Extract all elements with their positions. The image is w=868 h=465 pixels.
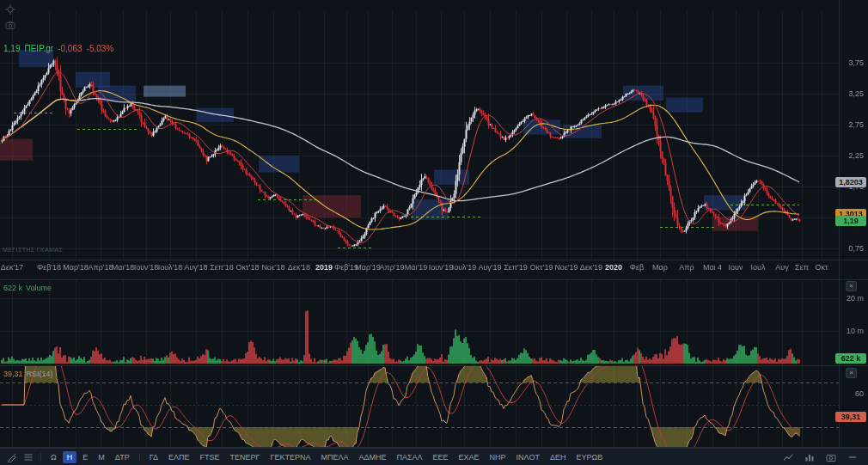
price-scale-label: 3,75	[848, 58, 864, 67]
time-axis-label: Σεπ'19	[504, 263, 528, 272]
crosshair-icon[interactable]	[4, 3, 15, 15]
time-axis-label: Οκτ'19	[530, 263, 553, 272]
time-axis-label: Μαρ'18	[63, 263, 89, 272]
toolbar-right-icons	[781, 451, 863, 463]
time-axis-label: Απρ'19	[379, 263, 404, 272]
timeframe-button-ΔΤΡ[interactable]: ΔΤΡ	[111, 451, 134, 463]
symbol-name[interactable]: ΠΕΙΡ.gr	[24, 44, 53, 53]
timeframe-button-Η[interactable]: Η	[63, 451, 77, 463]
time-axis-label: Απρ'18	[88, 263, 113, 272]
rsi-pane-header: 39,31 RSI(14)	[3, 370, 53, 378]
symbol-button-ΝΗΡ[interactable]: ΝΗΡ	[486, 451, 510, 463]
rsi-pane-close-button[interactable]: ×	[846, 368, 857, 378]
watchlist-icon[interactable]	[21, 451, 35, 463]
time-axis-label: Δεκ'18	[288, 263, 310, 272]
time-axis-label: Σεπ	[795, 263, 809, 272]
time-axis-label: Μαι 4	[703, 263, 722, 272]
camera-icon[interactable]	[4, 19, 15, 30]
pane-watermark: ΜΕΓΙΣΤΗΣ ΓΚΑΜΑΣ	[3, 247, 63, 253]
time-axis-label: Ιουλ'19	[452, 263, 477, 272]
time-axis-label: Μαρ	[652, 263, 668, 272]
time-axis-label: Μαρ'19	[355, 263, 381, 272]
time-axis-label: Οκτ	[815, 263, 828, 272]
volume-pane-header: 622 k Volume	[3, 284, 52, 292]
symbol-button-ΜΠΕΛΑ[interactable]: ΜΠΕΛΑ	[316, 451, 352, 463]
volume-indicator-name[interactable]: Volume	[26, 284, 52, 292]
ma-long-price-badge: 1,8203	[835, 177, 866, 187]
symbol-button-ΓΔ[interactable]: ΓΔ	[145, 451, 162, 463]
symbol-button-ΤΕΝΕΡΓ[interactable]: ΤΕΝΕΡΓ	[225, 451, 264, 463]
symbol-shortcut-group: ΓΔΕΛΠΕFTSEΤΕΝΕΡΓΓΕΚΤΕΡΝΑΜΠΕΛΑΑΔΜΗΕΠΑΣΑΛΕ…	[145, 451, 607, 463]
chart-canvas[interactable]	[0, 0, 868, 465]
trading-app: 1,19 ΠΕΙΡ.gr -0,063 -5,03% ΜΕΓΙΣΤΗΣ ΓΚΑΜ…	[0, 0, 868, 465]
volume-scale-label: 10 m	[847, 327, 864, 335]
symbol-button-ΓΕΚΤΕΡΝΑ[interactable]: ΓΕΚΤΕΡΝΑ	[266, 451, 315, 463]
symbol-button-ΠΑΣΑΛ[interactable]: ΠΑΣΑΛ	[392, 451, 426, 463]
time-axis-label: Φεβ'18	[37, 263, 61, 272]
rsi-value: 39,31	[3, 370, 23, 378]
symbol-button-ΕΕΕ[interactable]: ΕΕΕ	[429, 451, 453, 463]
time-axis-label: Απρ	[679, 263, 694, 272]
symbol-header: 1,19 ΠΕΙΡ.gr -0,063 -5,03%	[3, 44, 113, 53]
histogram-icon[interactable]	[803, 451, 816, 463]
price-scale-label: 3,25	[848, 89, 864, 98]
symbol-button-FTSE[interactable]: FTSE	[195, 451, 223, 463]
timeframe-button-Ω[interactable]: Ω	[46, 451, 61, 463]
chart-line-icon[interactable]	[781, 451, 795, 463]
timeframe-group: ΩΗΕΜΔΤΡ	[46, 451, 134, 463]
time-axis-label: 2019	[315, 263, 333, 272]
volume-scale-label: 20 m	[847, 294, 864, 303]
time-axis-label: 2020	[605, 263, 622, 272]
time-axis-label: Μαι'18	[112, 263, 134, 272]
price-scale-label: 2,75	[848, 120, 864, 129]
price-change: -0,063	[58, 44, 82, 53]
time-axis-label: Οκτ'18	[236, 263, 260, 272]
rsi-scale-label: 60	[855, 389, 864, 398]
timeframe-button-Μ[interactable]: Μ	[94, 451, 109, 463]
time-axis-label: Μαι'19	[405, 263, 427, 272]
time-axis-label: Ιουν	[729, 263, 743, 272]
time-axis-label: Δεκ'17	[1, 263, 23, 272]
time-axis-label: Νοε'19	[554, 263, 578, 272]
rsi-indicator-name[interactable]: RSI(14)	[27, 370, 53, 378]
camera-icon[interactable]	[824, 451, 838, 463]
last-price: 1,19	[3, 44, 20, 53]
time-axis-label: Φεβ	[630, 263, 644, 272]
volume-pane-close-button[interactable]: ×	[846, 281, 857, 291]
price-scale-label: 0,75	[848, 244, 864, 253]
last-price-badge: 1,19	[835, 216, 866, 226]
volume-value: 622 k	[3, 284, 22, 292]
time-axis-label: Δεκ'19	[580, 263, 602, 272]
timeframe-button-Ε[interactable]: Ε	[78, 451, 92, 463]
symbol-button-ΕΧΑΕ[interactable]: ΕΧΑΕ	[455, 451, 484, 463]
price-change-pct: -5,03%	[87, 44, 114, 53]
bottom-toolbar: ΩΗΕΜΔΤΡ ΓΔΕΛΠΕFTSEΤΕΝΕΡΓΓΕΚΤΕΡΝΑΜΠΕΛΑΑΔΜ…	[0, 448, 868, 465]
toolbar-divider	[139, 453, 140, 462]
minus-icon[interactable]	[846, 451, 859, 463]
toolbar-divider	[40, 453, 41, 462]
price-scale-label: 2,25	[848, 151, 864, 160]
symbol-button-ΕΥΡΩΒ[interactable]: ΕΥΡΩΒ	[572, 451, 607, 463]
time-axis-label: Νοε'18	[261, 263, 284, 272]
symbol-button-ΙΝΛΟΤ[interactable]: ΙΝΛΟΤ	[512, 451, 544, 463]
top-left-tools	[4, 3, 15, 30]
symbol-button-ΕΛΠΕ[interactable]: ΕΛΠΕ	[164, 451, 194, 463]
time-axis-label: Σεπ'18	[210, 263, 234, 272]
time-axis-label: Αυγ'19	[478, 263, 501, 272]
rsi-value-badge: 39,31	[835, 412, 866, 422]
time-axis-label: Ιουν'18	[134, 263, 159, 272]
time-axis-label: Αυγ'18	[184, 263, 207, 272]
time-axis-label: Ιουν'19	[429, 263, 454, 272]
symbol-button-ΔΕΗ[interactable]: ΔΕΗ	[546, 451, 571, 463]
time-axis-label: Ιουλ'18	[158, 263, 183, 272]
time-axis-label: Ιουλ	[751, 263, 766, 272]
pencil-icon[interactable]	[5, 451, 19, 463]
time-axis-label: Αυγ	[775, 263, 788, 272]
symbol-button-ΑΔΜΗΕ[interactable]: ΑΔΜΗΕ	[354, 451, 390, 463]
volume-value-badge: 622 k	[835, 353, 866, 364]
